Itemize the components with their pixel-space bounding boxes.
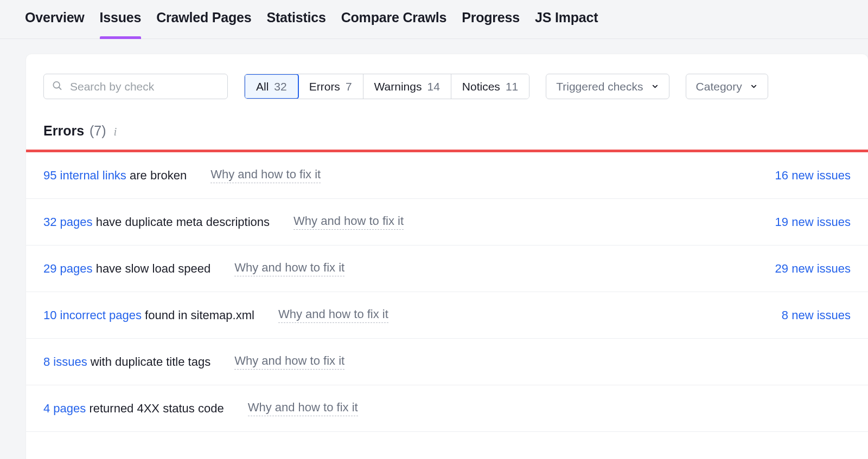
new-issues-link[interactable]: 29 new issues bbox=[775, 262, 851, 276]
tab-statistics[interactable]: Statistics bbox=[267, 10, 326, 38]
issue-description: with duplicate title tags bbox=[87, 355, 210, 369]
why-and-how-link[interactable]: Why and how to fix it bbox=[210, 167, 321, 183]
search-input[interactable] bbox=[43, 74, 228, 99]
filter-notices[interactable]: Notices 11 bbox=[451, 74, 529, 99]
search-icon bbox=[52, 80, 62, 93]
issue-text: 32 pages have duplicate meta description… bbox=[43, 215, 270, 229]
info-icon[interactable]: i bbox=[112, 125, 117, 139]
why-and-how-link[interactable]: Why and how to fix it bbox=[248, 400, 358, 416]
issue-description: have slow load speed bbox=[93, 262, 211, 275]
why-and-how-link[interactable]: Why and how to fix it bbox=[234, 354, 344, 370]
section-title: Errors bbox=[43, 123, 84, 139]
chevron-down-icon bbox=[750, 80, 758, 93]
issue-row: 32 pages have duplicate meta description… bbox=[26, 199, 868, 245]
issue-description: have duplicate meta descriptions bbox=[93, 215, 270, 229]
issue-link[interactable]: 10 incorrect pages bbox=[43, 308, 142, 322]
issues-card: All 32 Errors 7 Warnings 14 Notices 11 T… bbox=[26, 54, 868, 459]
tab-progress[interactable]: Progress bbox=[462, 10, 520, 38]
issue-link[interactable]: 29 pages bbox=[43, 262, 93, 275]
filter-label: All bbox=[256, 80, 269, 93]
issue-row: 10 incorrect pages found in sitemap.xml … bbox=[26, 292, 868, 339]
issue-description: are broken bbox=[126, 169, 187, 182]
issue-description: returned 4XX status code bbox=[86, 402, 224, 415]
filter-label: Errors bbox=[309, 80, 340, 93]
tab-crawled-pages[interactable]: Crawled Pages bbox=[156, 10, 251, 38]
filter-count: 14 bbox=[427, 80, 439, 93]
issue-text: 10 incorrect pages found in sitemap.xml bbox=[43, 308, 254, 322]
issue-description: found in sitemap.xml bbox=[142, 308, 254, 322]
issue-link[interactable]: 8 issues bbox=[43, 355, 87, 369]
issue-row: 4 pages returned 4XX status code Why and… bbox=[26, 385, 868, 432]
svg-line-1 bbox=[59, 87, 61, 89]
new-issues-link[interactable]: 8 new issues bbox=[782, 308, 851, 322]
issue-text: 95 internal links are broken bbox=[43, 169, 187, 183]
issue-row: 8 issues with duplicate title tags Why a… bbox=[26, 339, 868, 385]
section-count: (7) bbox=[90, 123, 106, 139]
severity-filter: All 32 Errors 7 Warnings 14 Notices 11 bbox=[244, 74, 529, 99]
why-and-how-link[interactable]: Why and how to fix it bbox=[278, 307, 388, 323]
dropdown-label: Triggered checks bbox=[556, 80, 643, 93]
issue-text: 8 issues with duplicate title tags bbox=[43, 355, 210, 369]
tab-js-impact[interactable]: JS Impact bbox=[535, 10, 598, 38]
chevron-down-icon bbox=[651, 80, 659, 93]
toolbar: All 32 Errors 7 Warnings 14 Notices 11 T… bbox=[26, 54, 868, 99]
filter-count: 7 bbox=[346, 80, 352, 93]
issue-row: 95 internal links are broken Why and how… bbox=[26, 152, 868, 199]
issue-link[interactable]: 95 internal links bbox=[43, 169, 126, 182]
tab-issues[interactable]: Issues bbox=[100, 10, 142, 38]
tab-compare-crawls[interactable]: Compare Crawls bbox=[341, 10, 447, 38]
why-and-how-link[interactable]: Why and how to fix it bbox=[234, 261, 344, 276]
new-issues-link[interactable]: 19 new issues bbox=[775, 215, 851, 229]
issue-link[interactable]: 4 pages bbox=[43, 402, 86, 415]
filter-errors[interactable]: Errors 7 bbox=[298, 74, 363, 99]
filter-label: Warnings bbox=[374, 80, 422, 93]
dropdown-label: Category bbox=[696, 80, 742, 93]
issue-row: 29 pages have slow load speed Why and ho… bbox=[26, 245, 868, 292]
tab-overview[interactable]: Overview bbox=[25, 10, 85, 38]
issue-text: 29 pages have slow load speed bbox=[43, 262, 210, 276]
triggered-checks-dropdown[interactable]: Triggered checks bbox=[546, 74, 669, 99]
filter-warnings[interactable]: Warnings 14 bbox=[363, 74, 451, 99]
filter-count: 32 bbox=[274, 80, 286, 93]
issue-link[interactable]: 32 pages bbox=[43, 215, 93, 229]
filter-all[interactable]: All 32 bbox=[244, 74, 299, 99]
errors-section-header: Errors (7) i bbox=[26, 99, 868, 150]
main-tabs: Overview Issues Crawled Pages Statistics… bbox=[0, 0, 868, 39]
new-issues-link[interactable]: 16 new issues bbox=[775, 169, 851, 183]
category-dropdown[interactable]: Category bbox=[686, 74, 768, 99]
issue-text: 4 pages returned 4XX status code bbox=[43, 402, 224, 416]
search-wrapper bbox=[43, 74, 228, 99]
why-and-how-link[interactable]: Why and how to fix it bbox=[293, 214, 404, 230]
filter-count: 11 bbox=[506, 80, 518, 93]
filter-label: Notices bbox=[462, 80, 500, 93]
